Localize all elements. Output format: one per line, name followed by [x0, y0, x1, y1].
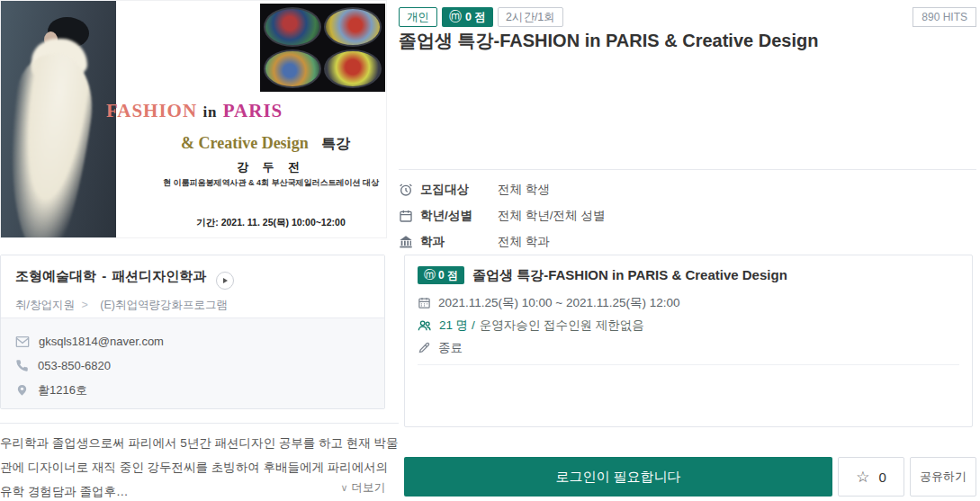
department-name: 패션디자인학과: [112, 268, 206, 283]
login-required-button[interactable]: 로그인이 필요합니다: [404, 457, 832, 497]
poster-title-line1: FASHION in PARIS: [106, 100, 283, 122]
program-breadcrumb: 취/창업지원 > (E)취업역량강화프로그램: [15, 298, 370, 313]
contact-section: gksqls1814@naver.com 053-850-6820 활1216호: [1, 318, 384, 408]
badge-personal: 개인: [399, 7, 437, 27]
star-icon: ☆: [856, 468, 869, 487]
divider: [399, 169, 976, 170]
mileage-circle-m-icon: ⓜ: [449, 9, 462, 25]
poster-period: 기간: 2021. 11. 25(목) 10:00~12:00: [136, 217, 387, 229]
schedule-points-label: 0 점: [438, 268, 458, 283]
divider: [418, 364, 959, 365]
poster-speaker-name: 강 두 전: [136, 159, 387, 175]
poster-word-fashion: FASHION: [106, 100, 197, 121]
contact-phone: 053-850-6820: [38, 359, 111, 372]
college-name: 조형예술대학: [15, 268, 96, 283]
contact-phone-row: 053-850-6820: [15, 353, 370, 378]
event-info-list: 모집대상 전체 학생 학년/성별 전체 학년/전체 성별 학과 전체 학과: [399, 176, 975, 255]
contact-location: 활1216호: [38, 382, 87, 398]
event-poster-image: FASHION in PARIS & Creative Design 특강 강 …: [0, 0, 387, 238]
contact-location-row: 활1216호: [15, 378, 370, 402]
favorite-button[interactable]: ☆ 0: [838, 457, 904, 497]
more-label: 더보기: [352, 481, 386, 494]
badge-duration: 2시간/1회: [498, 7, 563, 27]
info-label: 모집대상: [420, 182, 498, 198]
info-row-target: 모집대상 전체 학생: [399, 176, 975, 202]
schedule-status-row: 종료: [418, 336, 959, 359]
chevron-right-icon: >: [81, 299, 87, 311]
calendar-icon: [399, 209, 413, 223]
schedule-header: ⓜ 0 점 졸업생 특강-FASHION in PARIS & Creative…: [418, 266, 959, 284]
schedule-card[interactable]: ⓜ 0 점 졸업생 특강-FASHION in PARIS & Creative…: [404, 255, 973, 427]
plate-illustration: [264, 7, 321, 47]
play-button[interactable]: [216, 272, 234, 290]
share-button[interactable]: 공유하기: [910, 457, 976, 497]
poster-illustration-plates: [260, 4, 385, 92]
page-title: 졸업생 특강-FASHION in PARIS & Creative Desig…: [399, 29, 939, 53]
plate-illustration: [324, 7, 382, 47]
title-dash: -: [100, 268, 108, 283]
program-name: (E)취업역량강화프로그램: [100, 299, 228, 311]
poster-word-paris: PARIS: [223, 100, 283, 121]
favorite-count: 0: [878, 470, 886, 485]
info-row-department: 학과 전체 학과: [399, 228, 975, 255]
schedule-capacity-row: 21 명 / 운영자승인 접수인원 제한없음: [418, 314, 959, 336]
schedule-datetime-row: 2021.11.25(목) 10:00 ~ 2021.11.25(목) 12:0…: [418, 291, 959, 314]
play-icon: [221, 277, 229, 284]
chevron-down-icon: ∨: [340, 482, 347, 493]
schedule-points-badge: ⓜ 0 점: [418, 266, 464, 284]
schedule-status: 종료: [438, 340, 463, 356]
organizer-header: 조형예술대학 - 패션디자인학과 취/창업지원 > (E)취업역량강화프로그램: [1, 255, 384, 318]
program-category: 취/창업지원: [15, 299, 75, 311]
info-row-grade-gender: 학년/성별 전체 학년/전체 성별: [399, 202, 975, 228]
calendar-icon: [418, 296, 431, 309]
schedule-title: 졸업생 특강-FASHION in PARIS & Creative Desig…: [472, 267, 787, 284]
poster-word-in: in: [202, 103, 217, 121]
info-value: 전체 학년/전체 성별: [498, 208, 605, 224]
location-pin-icon: [15, 383, 29, 397]
contact-email-row: gksqls1814@naver.com: [15, 329, 370, 353]
poster-title-line2: & Creative Design 특강: [181, 134, 350, 154]
badge-mileage-points: ⓜ 0 점: [442, 7, 493, 27]
info-value: 전체 학생: [498, 182, 550, 198]
capacity-count: 21 명 /: [439, 318, 475, 334]
info-label: 학년/성별: [420, 208, 498, 224]
event-description: 우리학과 졸업생으로써 파리에서 5년간 패션디자인 공부를 하고 현재 박물관…: [0, 431, 399, 501]
info-value: 전체 학과: [498, 234, 550, 250]
poster-model-photo: [1, 1, 116, 238]
phone-icon: [15, 359, 29, 372]
event-detail-page: FASHION in PARIS & Creative Design 특강 강 …: [0, 0, 980, 501]
poster-creative-design: & Creative Design: [181, 134, 309, 152]
organizer-title: 조형예술대학 - 패션디자인학과: [15, 268, 370, 290]
mileage-points-label: 0 점: [465, 10, 486, 25]
people-icon: [418, 318, 432, 333]
info-label: 학과: [420, 234, 498, 250]
plate-illustration: [264, 49, 321, 89]
poster-speaker-credentials: 현 이룸피움봉제역사관 & 4회 부산국제일러스트레이션 대상: [136, 177, 387, 189]
alarm-clock-icon: [399, 183, 413, 197]
poster-lecture-suffix: 특강: [321, 136, 350, 151]
poster-feather-dress: [1, 49, 100, 238]
schedule-card-content: ⓜ 0 점 졸업생 특강-FASHION in PARIS & Creative…: [405, 255, 972, 365]
hits-counter: 890 HITS: [913, 7, 976, 27]
capacity-policy: 운영자승인 접수인원 제한없음: [480, 318, 644, 334]
schedule-datetime: 2021.11.25(목) 10:00 ~ 2021.11.25(목) 12:0…: [438, 295, 680, 311]
event-badge-row: 개인 ⓜ 0 점 2시간/1회: [399, 7, 563, 27]
contact-email: gksqls1814@naver.com: [39, 335, 164, 348]
more-button[interactable]: ∨더보기: [340, 480, 385, 496]
mileage-circle-m-icon: ⓜ: [424, 267, 436, 283]
pen-icon: [418, 341, 431, 354]
plate-illustration: [324, 49, 382, 89]
mail-icon: [15, 335, 30, 349]
divider: [0, 423, 399, 424]
organizer-card: 조형예술대학 - 패션디자인학과 취/창업지원 > (E)취업역량강화프로그램 …: [0, 255, 385, 409]
university-building-icon: [399, 235, 413, 249]
